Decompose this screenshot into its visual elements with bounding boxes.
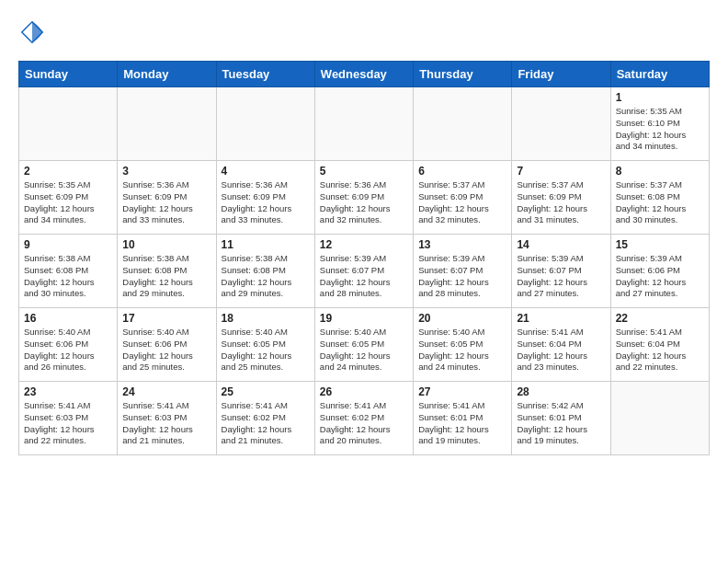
day-number: 15 — [616, 238, 704, 251]
day-info: Sunrise: 5:40 AM Sunset: 6:06 PM Dayligh… — [122, 327, 210, 373]
calendar-week-row-2: 2Sunrise: 5:35 AM Sunset: 6:09 PM Daylig… — [19, 161, 710, 235]
calendar-cell — [414, 87, 512, 161]
day-number: 24 — [122, 385, 210, 398]
calendar-cell: 25Sunrise: 5:41 AM Sunset: 6:02 PM Dayli… — [216, 382, 314, 455]
day-info: Sunrise: 5:41 AM Sunset: 6:02 PM Dayligh… — [320, 400, 408, 447]
calendar-week-row-1: 1Sunrise: 5:35 AM Sunset: 6:10 PM Daylig… — [19, 87, 710, 161]
day-number: 22 — [616, 312, 704, 325]
day-number: 12 — [320, 238, 408, 251]
calendar-cell — [216, 87, 314, 161]
calendar-cell: 19Sunrise: 5:40 AM Sunset: 6:05 PM Dayli… — [314, 308, 413, 382]
logo — [18, 18, 50, 46]
day-number: 18 — [222, 312, 310, 325]
day-number: 17 — [122, 312, 210, 325]
calendar-cell — [118, 87, 216, 161]
day-number: 26 — [320, 385, 408, 398]
day-info: Sunrise: 5:40 AM Sunset: 6:05 PM Dayligh… — [320, 327, 408, 373]
calendar-cell: 23Sunrise: 5:41 AM Sunset: 6:03 PM Dayli… — [19, 382, 118, 455]
weekday-header-thursday: Thursday — [414, 62, 512, 87]
day-info: Sunrise: 5:37 AM Sunset: 6:08 PM Dayligh… — [616, 179, 704, 226]
day-number: 8 — [616, 165, 704, 178]
calendar-cell: 9Sunrise: 5:38 AM Sunset: 6:08 PM Daylig… — [19, 235, 118, 308]
day-info: Sunrise: 5:41 AM Sunset: 6:04 PM Dayligh… — [517, 327, 605, 373]
calendar-cell: 26Sunrise: 5:41 AM Sunset: 6:02 PM Dayli… — [314, 382, 413, 455]
day-number: 16 — [24, 312, 112, 325]
day-number: 27 — [418, 385, 506, 398]
day-info: Sunrise: 5:39 AM Sunset: 6:07 PM Dayligh… — [517, 253, 605, 300]
calendar-cell: 8Sunrise: 5:37 AM Sunset: 6:08 PM Daylig… — [610, 161, 709, 235]
calendar-cell: 6Sunrise: 5:37 AM Sunset: 6:09 PM Daylig… — [414, 161, 512, 235]
day-info: Sunrise: 5:35 AM Sunset: 6:10 PM Dayligh… — [616, 106, 704, 153]
day-number: 13 — [418, 238, 506, 251]
day-number: 28 — [517, 385, 605, 398]
day-number: 20 — [418, 312, 506, 325]
calendar-cell: 7Sunrise: 5:37 AM Sunset: 6:09 PM Daylig… — [512, 161, 610, 235]
day-info: Sunrise: 5:36 AM Sunset: 6:09 PM Dayligh… — [122, 179, 210, 226]
day-info: Sunrise: 5:38 AM Sunset: 6:08 PM Dayligh… — [122, 253, 210, 300]
calendar-table: SundayMondayTuesdayWednesdayThursdayFrid… — [18, 61, 710, 455]
day-info: Sunrise: 5:35 AM Sunset: 6:09 PM Dayligh… — [24, 179, 112, 226]
day-number: 14 — [517, 238, 605, 251]
day-number: 5 — [320, 165, 408, 178]
day-info: Sunrise: 5:39 AM Sunset: 6:07 PM Dayligh… — [320, 253, 408, 300]
day-info: Sunrise: 5:41 AM Sunset: 6:02 PM Dayligh… — [222, 400, 310, 447]
day-info: Sunrise: 5:40 AM Sunset: 6:05 PM Dayligh… — [418, 327, 506, 373]
calendar-cell: 28Sunrise: 5:42 AM Sunset: 6:01 PM Dayli… — [512, 382, 610, 455]
day-info: Sunrise: 5:42 AM Sunset: 6:01 PM Dayligh… — [517, 400, 605, 447]
day-info: Sunrise: 5:39 AM Sunset: 6:06 PM Dayligh… — [616, 253, 704, 300]
calendar-week-row-4: 16Sunrise: 5:40 AM Sunset: 6:06 PM Dayli… — [19, 308, 710, 382]
day-number: 7 — [517, 165, 605, 178]
day-info: Sunrise: 5:38 AM Sunset: 6:08 PM Dayligh… — [222, 253, 310, 300]
calendar-week-row-5: 23Sunrise: 5:41 AM Sunset: 6:03 PM Dayli… — [19, 382, 710, 455]
calendar-cell: 22Sunrise: 5:41 AM Sunset: 6:04 PM Dayli… — [610, 308, 709, 382]
weekday-header-saturday: Saturday — [610, 62, 709, 87]
logo-icon — [18, 18, 46, 46]
day-info: Sunrise: 5:36 AM Sunset: 6:09 PM Dayligh… — [320, 179, 408, 226]
day-number: 9 — [24, 238, 112, 251]
weekday-header-tuesday: Tuesday — [216, 62, 314, 87]
calendar-cell: 12Sunrise: 5:39 AM Sunset: 6:07 PM Dayli… — [314, 235, 413, 308]
day-info: Sunrise: 5:37 AM Sunset: 6:09 PM Dayligh… — [418, 179, 506, 226]
calendar-cell — [314, 87, 413, 161]
calendar-cell: 18Sunrise: 5:40 AM Sunset: 6:05 PM Dayli… — [216, 308, 314, 382]
day-info: Sunrise: 5:41 AM Sunset: 6:04 PM Dayligh… — [616, 327, 704, 373]
calendar-cell: 17Sunrise: 5:40 AM Sunset: 6:06 PM Dayli… — [118, 308, 216, 382]
calendar-week-row-3: 9Sunrise: 5:38 AM Sunset: 6:08 PM Daylig… — [19, 235, 710, 308]
day-number: 23 — [24, 385, 112, 398]
day-number: 11 — [222, 238, 310, 251]
weekday-header-wednesday: Wednesday — [314, 62, 413, 87]
day-number: 3 — [122, 165, 210, 178]
day-number: 19 — [320, 312, 408, 325]
calendar-cell: 21Sunrise: 5:41 AM Sunset: 6:04 PM Dayli… — [512, 308, 610, 382]
day-number: 6 — [418, 165, 506, 178]
calendar-cell — [19, 87, 118, 161]
weekday-header-row: SundayMondayTuesdayWednesdayThursdayFrid… — [19, 62, 710, 87]
calendar-cell: 3Sunrise: 5:36 AM Sunset: 6:09 PM Daylig… — [118, 161, 216, 235]
day-info: Sunrise: 5:39 AM Sunset: 6:07 PM Dayligh… — [418, 253, 506, 300]
day-info: Sunrise: 5:38 AM Sunset: 6:08 PM Dayligh… — [24, 253, 112, 300]
calendar-cell: 20Sunrise: 5:40 AM Sunset: 6:05 PM Dayli… — [414, 308, 512, 382]
calendar-cell: 1Sunrise: 5:35 AM Sunset: 6:10 PM Daylig… — [610, 87, 709, 161]
calendar-cell: 16Sunrise: 5:40 AM Sunset: 6:06 PM Dayli… — [19, 308, 118, 382]
day-number: 25 — [222, 385, 310, 398]
day-info: Sunrise: 5:37 AM Sunset: 6:09 PM Dayligh… — [517, 179, 605, 226]
day-number: 2 — [24, 165, 112, 178]
day-number: 10 — [122, 238, 210, 251]
calendar-cell: 5Sunrise: 5:36 AM Sunset: 6:09 PM Daylig… — [314, 161, 413, 235]
day-number: 21 — [517, 312, 605, 325]
calendar-cell: 11Sunrise: 5:38 AM Sunset: 6:08 PM Dayli… — [216, 235, 314, 308]
weekday-header-friday: Friday — [512, 62, 610, 87]
page-header — [18, 18, 710, 46]
calendar-cell: 2Sunrise: 5:35 AM Sunset: 6:09 PM Daylig… — [19, 161, 118, 235]
day-number: 4 — [222, 165, 310, 178]
calendar-cell — [610, 382, 709, 455]
day-info: Sunrise: 5:40 AM Sunset: 6:06 PM Dayligh… — [24, 327, 112, 373]
day-info: Sunrise: 5:36 AM Sunset: 6:09 PM Dayligh… — [222, 179, 310, 226]
calendar-cell: 13Sunrise: 5:39 AM Sunset: 6:07 PM Dayli… — [414, 235, 512, 308]
day-info: Sunrise: 5:41 AM Sunset: 6:01 PM Dayligh… — [418, 400, 506, 447]
calendar-cell: 24Sunrise: 5:41 AM Sunset: 6:03 PM Dayli… — [118, 382, 216, 455]
day-info: Sunrise: 5:41 AM Sunset: 6:03 PM Dayligh… — [122, 400, 210, 447]
calendar-cell: 14Sunrise: 5:39 AM Sunset: 6:07 PM Dayli… — [512, 235, 610, 308]
calendar-cell: 10Sunrise: 5:38 AM Sunset: 6:08 PM Dayli… — [118, 235, 216, 308]
day-info: Sunrise: 5:41 AM Sunset: 6:03 PM Dayligh… — [24, 400, 112, 447]
